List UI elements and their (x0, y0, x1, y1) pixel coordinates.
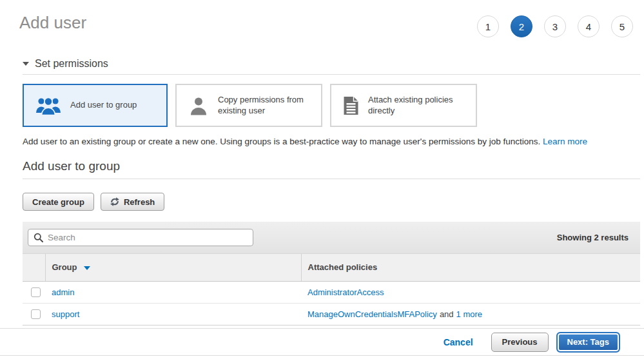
table-row-admin: admin AdministratorAccess (23, 281, 640, 303)
search-input[interactable] (28, 229, 253, 246)
refresh-button[interactable]: Refresh (101, 193, 164, 211)
group-link[interactable]: support (52, 309, 79, 319)
policies-header-label: Attached policies (308, 262, 378, 272)
set-permissions-section-toggle[interactable]: Set permissions (23, 58, 640, 70)
learn-more-link[interactable]: Learn more (543, 137, 587, 146)
previous-button[interactable]: Previous (491, 333, 549, 352)
description-text: Add user to an existing group or create … (23, 137, 540, 146)
option-add-user-to-group[interactable]: Add user to group (23, 84, 168, 127)
step-1[interactable]: 1 (477, 15, 499, 37)
step-indicator: 1 2 3 4 5 (477, 15, 633, 37)
policy-joiner: and (440, 309, 454, 319)
option-label: Attach existing policies directly (368, 95, 468, 116)
search-icon (34, 233, 43, 242)
group-section-title: Add user to group (23, 159, 640, 173)
table-header-row: Group Attached policies (23, 254, 640, 281)
step-3[interactable]: 3 (544, 15, 566, 37)
checkbox-cell (23, 281, 45, 303)
divider (23, 179, 640, 179)
table-toolbar: Showing 2 results (23, 222, 640, 254)
row-checkbox-admin[interactable] (31, 287, 41, 297)
option-label: Add user to group (70, 100, 137, 110)
results-count: Showing 2 results (557, 233, 629, 242)
cancel-button[interactable]: Cancel (444, 337, 473, 347)
policy-more-link[interactable]: 1 more (456, 309, 482, 319)
table-row-support: support ManageOwnCredentialsMFAPolicyand… (23, 303, 640, 325)
policies-column-header: Attached policies (301, 254, 640, 281)
groups-table-panel: Showing 2 results Group Attached policie… (23, 222, 640, 325)
next-tags-button[interactable]: Next: Tags (556, 332, 621, 353)
document-icon (343, 96, 359, 115)
divider (23, 74, 640, 75)
row-checkbox-support[interactable] (31, 309, 41, 319)
policy-link[interactable]: AdministratorAccess (307, 287, 384, 297)
user-group-icon (35, 96, 61, 115)
group-cell: support (45, 303, 301, 325)
create-group-button[interactable]: Create group (23, 193, 94, 211)
section-title: Set permissions (35, 58, 108, 70)
wizard-header: Add user 1 2 3 4 5 (0, 0, 644, 32)
group-header-label: Group (52, 262, 77, 272)
checkbox-cell (23, 303, 45, 325)
policy-link[interactable]: ManageOwnCredentialsMFAPolicy (307, 309, 437, 319)
option-copy-permissions[interactable]: Copy permissions from existing user (175, 84, 322, 127)
group-link[interactable]: admin (52, 287, 74, 297)
add-user-wizard: Add user 1 2 3 4 5 Set permissions (0, 0, 644, 325)
step-5[interactable]: 5 (611, 15, 633, 37)
wizard-footer: Cancel Previous Next: Tags (0, 328, 644, 356)
wizard-content: Set permissions (23, 58, 640, 325)
group-column-header[interactable]: Group (45, 254, 301, 281)
option-label: Copy permissions from existing user (218, 95, 313, 116)
user-icon (188, 96, 209, 115)
permissions-description: Add user to an existing group or create … (23, 137, 640, 146)
policies-cell: AdministratorAccess (301, 281, 640, 303)
permission-option-cards: Add user to group Copy permissions from … (23, 84, 640, 127)
collapse-caret-icon (23, 62, 29, 66)
groups-table: Group Attached policies (23, 254, 640, 325)
policies-cell: ManageOwnCredentialsMFAPolicyand1 more (301, 303, 640, 325)
step-4[interactable]: 4 (578, 15, 600, 37)
group-cell: admin (45, 281, 301, 303)
refresh-icon (110, 197, 119, 206)
sort-caret-down-icon (84, 266, 90, 270)
table-actions: Create group Refresh (23, 193, 640, 211)
search-box (28, 229, 253, 246)
refresh-label: Refresh (124, 197, 155, 207)
step-2-active[interactable]: 2 (511, 15, 532, 37)
checkbox-column-header (23, 254, 45, 281)
option-attach-policies[interactable]: Attach existing policies directly (330, 84, 477, 127)
